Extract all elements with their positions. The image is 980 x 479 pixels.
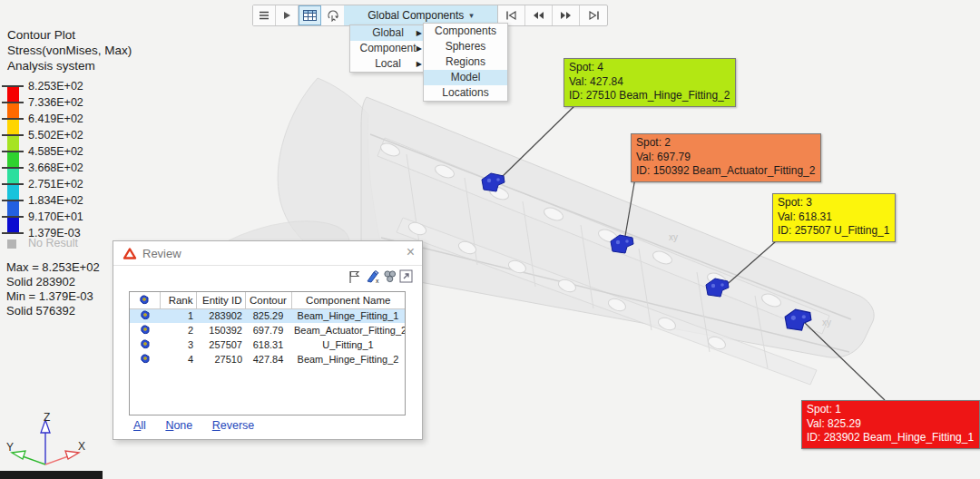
spot-value: Val: 618.31 bbox=[778, 210, 889, 225]
element-marker: xy bbox=[822, 318, 831, 327]
play-button[interactable] bbox=[276, 5, 299, 25]
open-in-window-icon[interactable] bbox=[399, 269, 415, 284]
menu-item-global[interactable]: Global ▶ bbox=[350, 25, 426, 41]
legend-value: 4.585E+02 bbox=[28, 145, 83, 158]
legend-band bbox=[7, 152, 19, 168]
reverse-selection-link[interactable]: Reverse bbox=[212, 419, 255, 432]
play-icon bbox=[282, 11, 291, 20]
graphics-area: xy xy Z Y X bbox=[0, 0, 980, 479]
column-header-contour[interactable]: Contour bbox=[245, 292, 291, 308]
legend-value: 2.751E+02 bbox=[28, 178, 83, 191]
column-header-rank[interactable]: Rank bbox=[160, 292, 196, 308]
spot-value: Val: 697.79 bbox=[636, 151, 815, 165]
flag-note-icon[interactable] bbox=[347, 269, 362, 284]
legend-max-entity: Solid 283902 bbox=[6, 275, 75, 288]
components-icon[interactable] bbox=[382, 269, 397, 284]
next-spot-button[interactable] bbox=[553, 5, 580, 25]
svg-text:x: x bbox=[376, 278, 379, 284]
spot-annotation-1[interactable]: Spot: 1 Val: 825.29 ID: 283902 Beam_Hing… bbox=[801, 400, 980, 449]
spot-mode-menu: Global ▶ Component ▶ Local ▶ bbox=[349, 24, 426, 73]
triad-z-label: Z bbox=[44, 411, 50, 424]
select-all-link[interactable]: All bbox=[133, 419, 146, 432]
spot-annotation-4[interactable]: Spot: 4 Val: 427.84 ID: 27510 Beam_Hinge… bbox=[564, 58, 736, 107]
column-header-entity-id[interactable]: Entity ID bbox=[196, 292, 245, 308]
menu-item-label: Component bbox=[359, 42, 416, 54]
probe-cursor-button[interactable] bbox=[321, 5, 344, 25]
icon-column-header[interactable] bbox=[130, 292, 160, 308]
legend-value: 3.668E+02 bbox=[28, 161, 83, 174]
edit-contour-icon[interactable]: x bbox=[365, 269, 380, 284]
global-submenu: Components Spheres Regions Model Locatio… bbox=[423, 23, 508, 102]
hamburger-menu-button[interactable] bbox=[253, 5, 276, 25]
spot-mode-dropdown-label: Global Components bbox=[368, 9, 464, 22]
triad-x-label: X bbox=[78, 440, 85, 453]
menu-item-label: Local bbox=[375, 57, 401, 70]
select-none-link[interactable]: None bbox=[165, 419, 192, 432]
spot-annotation-3[interactable]: Spot: 3 Val: 618.31 ID: 257507 U_Fitting… bbox=[772, 193, 896, 242]
submenu-item-spheres[interactable]: Spheres bbox=[424, 39, 507, 54]
table-row[interactable]: 2 150392 697.79 Beam_Actuator_Fitting_2 bbox=[130, 323, 405, 337]
submenu-arrow-icon: ▶ bbox=[416, 56, 422, 72]
next-icon bbox=[560, 11, 572, 20]
first-icon bbox=[505, 11, 517, 20]
axis-triad bbox=[12, 420, 79, 464]
legend-value: 7.336E+02 bbox=[28, 96, 83, 109]
last-spot-button[interactable] bbox=[580, 5, 607, 25]
spot-title: Spot: 3 bbox=[778, 196, 889, 210]
spot-id: ID: 257507 U_Fitting_1 bbox=[778, 224, 889, 239]
no-result-swatch bbox=[7, 240, 16, 249]
part-icon bbox=[140, 324, 151, 335]
legend-subtitle: Stress(vonMises, Max) bbox=[7, 44, 132, 57]
review-table-button[interactable] bbox=[299, 5, 321, 25]
part-icon bbox=[140, 309, 151, 320]
legend-value: 1.834E+02 bbox=[28, 194, 83, 207]
review-dialog: Review × x bbox=[113, 240, 423, 440]
chevron-down-icon: ▾ bbox=[469, 11, 474, 20]
spot-title: Spot: 4 bbox=[569, 61, 730, 75]
dialog-title: Review bbox=[142, 247, 181, 260]
menu-item-local[interactable]: Local ▶ bbox=[350, 56, 426, 72]
submenu-arrow-icon: ▶ bbox=[416, 41, 422, 56]
legend-band bbox=[7, 135, 19, 152]
legend-value: 9.170E+01 bbox=[28, 210, 83, 223]
table-row[interactable]: 3 257507 618.31 U_Fitting_1 bbox=[130, 337, 405, 352]
previous-icon bbox=[533, 11, 544, 20]
triad-y-label: Y bbox=[6, 441, 14, 454]
submenu-item-model[interactable]: Model bbox=[424, 70, 507, 85]
hamburger-icon bbox=[259, 11, 270, 20]
spot-annotation-2[interactable]: Spot: 2 Val: 697.79 ID: 150392 Beam_Actu… bbox=[631, 133, 821, 182]
spot-title: Spot: 2 bbox=[636, 136, 815, 151]
table-row[interactable]: 4 27510 427.84 Beam_Hinge_Fitting_2 bbox=[130, 352, 405, 367]
legend-band bbox=[7, 184, 19, 200]
menu-item-component[interactable]: Component ▶ bbox=[350, 41, 426, 56]
table-header-row: Rank Entity ID Contour Component Name bbox=[130, 292, 405, 308]
legend-min-entity: Solid 576392 bbox=[6, 304, 75, 318]
legend-band bbox=[7, 168, 19, 184]
probe-cursor-icon bbox=[327, 10, 339, 22]
part-icon bbox=[140, 338, 151, 349]
legend-band bbox=[7, 200, 19, 217]
part-icon bbox=[140, 353, 151, 364]
legend-band bbox=[7, 217, 19, 233]
previous-spot-button[interactable] bbox=[525, 5, 553, 25]
spot-id: ID: 283902 Beam_Hinge_Fitting_1 bbox=[807, 431, 974, 445]
submenu-item-regions[interactable]: Regions bbox=[424, 54, 507, 70]
legend-value: 5.502E+02 bbox=[28, 129, 83, 142]
submenu-item-components[interactable]: Components bbox=[424, 24, 507, 39]
submenu-item-locations[interactable]: Locations bbox=[424, 85, 507, 101]
review-dialog-titlebar[interactable]: Review × bbox=[113, 241, 422, 266]
part-icon bbox=[139, 294, 150, 305]
spot-value: Val: 825.29 bbox=[807, 417, 974, 432]
table-icon bbox=[303, 10, 317, 21]
no-result-label: No Result bbox=[28, 237, 78, 249]
altair-logo-icon bbox=[122, 247, 137, 260]
submenu-arrow-icon: ▶ bbox=[416, 25, 422, 41]
review-table: Rank Entity ID Contour Component Name 1 … bbox=[129, 291, 406, 415]
last-icon bbox=[588, 11, 600, 20]
bottom-edge-bar bbox=[0, 471, 103, 479]
table-row[interactable]: 1 283902 825.29 Beam_Hinge_Fitting_1 bbox=[130, 308, 405, 323]
spot-id: ID: 27510 Beam_Hinge_Fitting_2 bbox=[569, 89, 730, 103]
close-icon[interactable]: × bbox=[407, 244, 415, 260]
legend-band bbox=[7, 119, 19, 135]
column-header-component-name[interactable]: Component Name bbox=[291, 292, 405, 308]
